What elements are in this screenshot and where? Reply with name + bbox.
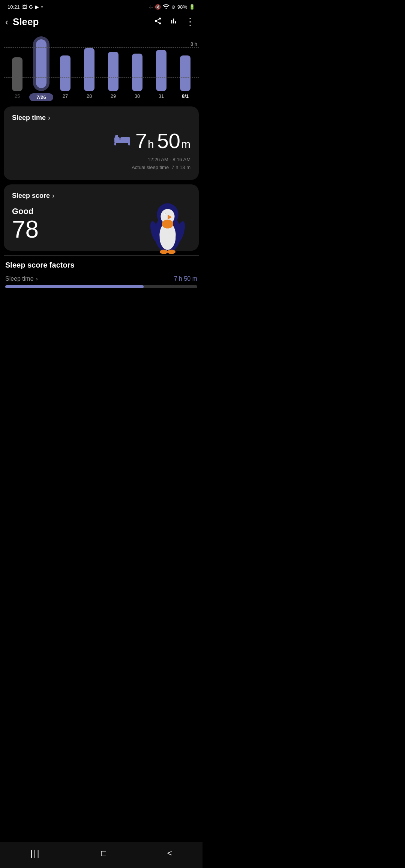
bluetooth-icon: ⊹ — [149, 4, 153, 10]
bar-col-3[interactable] — [77, 48, 101, 91]
chart-bars — [4, 33, 199, 91]
penguin-mascot — [143, 196, 192, 257]
bar-2 — [60, 55, 70, 91]
time-display: 10:21 — [8, 4, 20, 10]
factor-row-sleep-time: Sleep time › 7 h 50 m — [5, 275, 197, 282]
chart-button[interactable] — [170, 17, 178, 27]
bar-col-5[interactable] — [125, 54, 149, 91]
factor-chevron: › — [36, 275, 38, 282]
svg-point-12 — [162, 220, 173, 229]
factor-value-sleep-time: 7 h 50 m — [174, 275, 197, 282]
date-labels: 25 7/26 27 28 29 30 31 8/1 — [4, 93, 199, 101]
bar-4 — [108, 52, 118, 91]
svg-point-15 — [165, 213, 166, 214]
g-icon: G — [29, 4, 33, 10]
sleep-time-card: Sleep time › 7h 50m 12:26 AM - 8:16 AM A… — [4, 106, 199, 180]
sleep-score-chevron: › — [52, 192, 54, 200]
sleep-time-label: Sleep time — [12, 114, 46, 122]
date-label-28[interactable]: 28 — [77, 93, 101, 101]
bar-col-7[interactable] — [173, 55, 197, 91]
bar-6 — [156, 50, 166, 91]
battery-percent: 98% — [177, 4, 187, 10]
sleep-time-range: 12:26 AM - 8:16 AM — [12, 156, 190, 164]
svg-rect-4 — [114, 142, 116, 145]
status-left: 10:21 🖼 G ▶ • — [8, 4, 43, 10]
chart-area: 8 h — [0, 33, 202, 101]
chart-reference-line-top — [4, 47, 199, 48]
bar-0 — [12, 57, 22, 91]
wifi-icon — [163, 4, 170, 10]
factor-bar-sleep-time — [5, 285, 197, 288]
nav-right: ⋮ — [154, 16, 195, 28]
page-title: Sleep — [13, 16, 39, 28]
sleep-minutes-unit: m — [181, 138, 190, 151]
bar-3 — [84, 48, 94, 91]
date-label-25[interactable]: 25 — [5, 93, 29, 101]
bar-selected — [36, 39, 46, 88]
bar-5 — [132, 54, 142, 91]
sleep-time-display: 7h 50m — [12, 129, 190, 153]
sleep-score-card: Sleep score › Good 78 — [4, 184, 199, 251]
factors-section: Sleep score factors Sleep time › 7 h 50 … — [0, 261, 202, 288]
dnd-icon: ⊘ — [171, 4, 176, 10]
status-right: ⊹ 🔇 ⊘ 98% 🔋 — [149, 4, 195, 10]
sleep-score-label: Sleep score — [12, 192, 50, 200]
sleep-time-header[interactable]: Sleep time › — [12, 114, 190, 122]
svg-rect-3 — [115, 135, 118, 138]
svg-point-18 — [160, 250, 168, 254]
svg-point-19 — [167, 250, 176, 254]
chart-reference-line-bottom — [4, 77, 199, 78]
date-label-30[interactable]: 30 — [125, 93, 149, 101]
svg-rect-5 — [128, 142, 130, 145]
bar-col-4[interactable] — [101, 52, 125, 91]
bar-col-0[interactable] — [5, 57, 29, 91]
actual-sleep-label: Actual sleep time 7 h 13 m — [12, 164, 190, 172]
bar-col-selected[interactable] — [29, 36, 53, 91]
date-label-31[interactable]: 31 — [149, 93, 173, 101]
factor-label-sleep-time[interactable]: Sleep time › — [5, 275, 38, 282]
battery-icon: 🔋 — [189, 4, 195, 10]
date-label-81[interactable]: 8/1 — [173, 93, 197, 101]
back-button[interactable]: ‹ — [5, 17, 8, 27]
youtube-icon: ▶ — [35, 4, 39, 10]
factor-sleep-time-text: Sleep time — [5, 275, 34, 282]
bar-7 — [180, 55, 190, 91]
more-button[interactable]: ⋮ — [185, 16, 195, 28]
date-label-27[interactable]: 27 — [53, 93, 77, 101]
bar-col-2[interactable] — [53, 55, 77, 91]
bed-icon — [114, 133, 130, 149]
status-bar: 10:21 🖼 G ▶ • ⊹ 🔇 ⊘ 98% 🔋 — [0, 0, 202, 12]
date-label-726[interactable]: 7/26 — [29, 93, 53, 101]
photo-icon: 🖼 — [22, 4, 27, 10]
sleep-hours: 7 — [135, 129, 147, 153]
bar-col-6[interactable] — [149, 50, 173, 91]
sleep-time-chevron: › — [48, 114, 50, 122]
nav-left: ‹ Sleep — [5, 16, 39, 28]
mute-icon: 🔇 — [155, 4, 161, 10]
factor-bar-fill-sleep-time — [5, 285, 144, 288]
share-button[interactable] — [154, 17, 162, 27]
sleep-details: 12:26 AM - 8:16 AM Actual sleep time 7 h… — [12, 156, 190, 172]
svg-rect-2 — [120, 137, 130, 142]
chart-reference-label: 8 h — [190, 41, 197, 47]
sleep-hours-unit: h — [148, 138, 154, 151]
date-label-29[interactable]: 29 — [101, 93, 125, 101]
top-nav: ‹ Sleep ⋮ — [0, 12, 202, 33]
sleep-minutes: 50 — [157, 129, 180, 153]
factors-title: Sleep score factors — [5, 261, 197, 269]
dot-indicator: • — [41, 4, 43, 10]
